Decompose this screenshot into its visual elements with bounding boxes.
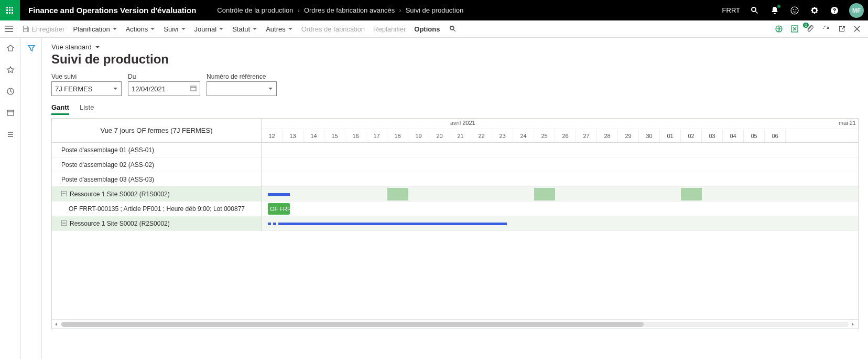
refresh-icon[interactable] [822,25,830,33]
chevron-down-icon [219,25,224,33]
breadcrumb-item[interactable]: Contrôle de la production [217,6,293,14]
day-header: 16 [345,129,366,142]
svg-rect-19 [191,86,196,91]
view-selector[interactable]: Vue standard [51,43,859,51]
attach-badge: 0 [803,23,809,28]
tab-gantt[interactable]: Gantt [51,101,69,115]
gantt-summary-bar[interactable] [268,193,290,196]
chevron-down-icon [113,85,118,93]
day-header: 13 [283,129,303,142]
module-icon[interactable] [6,109,15,119]
day-header: 01 [660,129,681,142]
svg-rect-18 [7,110,14,115]
chevron-down-icon [288,25,293,33]
svg-rect-12 [5,26,13,27]
gear-icon[interactable] [809,5,820,16]
bell-icon[interactable] [769,5,780,16]
search-icon[interactable] [750,5,760,16]
avatar[interactable]: MF [849,3,864,18]
chevron-right-icon: › [399,6,401,14]
cmd-replanifier[interactable]: Replanifier [373,25,406,33]
topbar: Finance and Operations Version d'évaluat… [0,0,868,20]
waffle-icon [6,6,14,15]
breadcrumb-item[interactable]: Suivi de production [406,6,464,14]
scroll-right-icon[interactable] [851,322,856,327]
gantt-resource-row-label[interactable]: Ressource 1 Site S0002 (R1S0002) [52,187,261,202]
scroll-track[interactable] [61,322,849,327]
clock-icon[interactable] [6,87,15,97]
chevron-down-icon [150,25,155,33]
svg-rect-13 [5,28,13,29]
day-header: 19 [408,129,429,142]
cmd-search-icon[interactable] [448,25,458,33]
attach-icon[interactable]: 0 [806,25,815,33]
chevron-right-icon: › [298,6,300,14]
field-reference: Numéro de référence [207,73,277,96]
list-icon[interactable] [6,130,15,140]
smile-icon[interactable] [789,5,800,16]
globe-icon[interactable] [775,25,783,33]
tab-liste[interactable]: Liste [80,101,94,115]
collapse-icon[interactable] [61,191,67,198]
legal-entity[interactable]: FRRT [722,6,740,14]
svg-rect-5 [12,9,13,11]
day-header: 22 [471,129,492,142]
filter-icon[interactable] [27,44,36,359]
gantt-summary-bar[interactable] [268,223,271,225]
cmd-suivi[interactable]: Suivi [164,25,186,33]
hamburger-icon[interactable] [4,25,14,33]
cmd-planification[interactable]: Planification [73,25,117,33]
content-area: Vue standard Suivi de production Vue sui… [42,38,868,359]
star-icon[interactable] [6,66,15,76]
day-header: 02 [681,129,702,142]
excel-icon[interactable] [790,25,799,33]
help-icon[interactable] [829,5,840,16]
gantt-row-label[interactable]: Poste d'assemblage 02 (ASS-02) [52,157,261,172]
app-launcher-button[interactable] [0,0,20,20]
gantt-task-bar[interactable]: OF FRRT- [268,203,290,215]
gantt-summary-bar[interactable] [273,223,276,225]
gantt-chart: Vue 7 jours OF fermes (7J FERMES) avril … [51,118,859,329]
cmd-journal[interactable]: Journal [194,25,224,33]
svg-point-11 [796,9,797,10]
gantt-row-label[interactable]: Poste d'assemblage 01 (ASS-01) [52,143,261,157]
scroll-left-icon[interactable] [54,322,59,327]
day-header: 05 [744,129,765,142]
scroll-thumb[interactable] [61,322,644,327]
day-header: 06 [765,129,786,142]
capacity-block [534,188,555,200]
day-header: 14 [303,129,324,142]
gantt-timeline-header: avril 2021 mai 21 1213141516171819202122… [262,119,858,142]
gantt-summary-bar[interactable] [278,223,507,225]
field-label: Vue suivi [51,73,122,80]
reference-select[interactable] [207,81,277,96]
cmd-autres[interactable]: Autres [266,25,293,33]
gantt-row-resource [262,216,858,231]
field-vue-suivi: Vue suivi 7J FERMES [51,73,122,96]
cmd-ordres[interactable]: Ordres de fabrication [301,25,365,33]
breadcrumb-item[interactable]: Ordres de fabrication avancés [304,6,395,14]
day-header: 18 [387,129,408,142]
gantt-resource-row-label[interactable]: Ressource 1 Site S0002 (R2S0002) [52,216,261,231]
svg-point-10 [793,9,794,10]
capacity-block [387,188,408,200]
collapse-icon[interactable] [61,220,67,227]
svg-rect-2 [12,7,13,8]
close-icon[interactable] [853,25,861,33]
home-icon[interactable] [6,44,15,54]
cmd-options[interactable]: Options [414,25,440,33]
capacity-block [681,188,702,200]
vue-suivi-select[interactable]: 7J FERMES [51,81,122,96]
du-date-input[interactable]: 12/04/2021 [128,81,200,96]
save-button[interactable]: Enregistrer [22,25,65,33]
cmd-statut[interactable]: Statut [232,25,257,33]
filter-row: Vue suivi 7J FERMES Du 12/04/2021 Numéro… [51,73,859,96]
cmd-actions[interactable]: Actions [126,25,156,33]
gantt-task-row-label[interactable]: OF FRRT-000135 ; Article PF001 ; Heure d… [52,202,261,216]
du-value: 12/04/2021 [132,85,166,93]
svg-rect-6 [6,12,8,14]
main: Vue standard Suivi de production Vue sui… [0,38,868,359]
gantt-row-label[interactable]: Poste d'assemblage 03 (ASS-03) [52,172,261,187]
gantt-horizontal-scrollbar[interactable] [52,319,858,329]
popout-icon[interactable] [838,25,846,33]
